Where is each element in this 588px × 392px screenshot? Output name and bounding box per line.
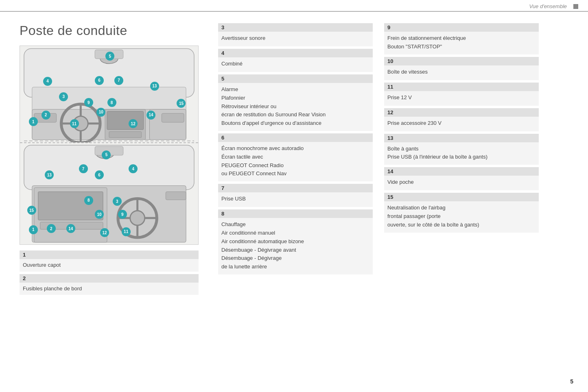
badge-1-lower: 1 bbox=[29, 225, 38, 234]
item-row-1: 1 Ouverture capot bbox=[20, 250, 199, 272]
badge-8-lower: 8 bbox=[84, 196, 93, 205]
item-desc-9: Frein de stationnement électriqueBouton … bbox=[384, 32, 539, 54]
item-num-7: 7 bbox=[218, 184, 373, 192]
svg-rect-10 bbox=[107, 111, 144, 130]
item-desc-10: Boîte de vitesses bbox=[384, 65, 539, 80]
items-1-2: 1 Ouverture capot 2 Fusibles planche de … bbox=[20, 250, 199, 295]
item-block-13: 13Boîte à gantsPrise USB (à l'intérieur … bbox=[384, 134, 539, 165]
item-num-3: 3 bbox=[218, 23, 373, 32]
badge-7-lower: 7 bbox=[79, 164, 88, 173]
badge-11-lower: 11 bbox=[122, 227, 131, 236]
right-column: 9Frein de stationnement électriqueBouton… bbox=[384, 23, 539, 297]
dashboard-image: 1 2 3 4 5 6 7 8 9 10 11 12 13 14 15 bbox=[20, 46, 199, 245]
item-desc-5: AlarmePlafonnierRétroviseur intérieur ou… bbox=[218, 83, 373, 131]
item-desc-3: Avertisseur sonore bbox=[218, 32, 373, 46]
item-num-1: 1 bbox=[20, 250, 199, 259]
items-right: 9Frein de stationnement électriqueBouton… bbox=[384, 23, 539, 233]
dashboard-upper: 1 2 3 4 5 6 7 8 9 10 11 12 13 14 15 bbox=[20, 46, 198, 143]
mid-column: 3Avertisseur sonore4Combiné5AlarmePlafon… bbox=[218, 23, 373, 297]
item-desc-11: Prise 12 V bbox=[384, 91, 539, 106]
item-desc-12: Prise accessoire 230 V bbox=[384, 117, 539, 131]
badge-9-upper: 9 bbox=[84, 98, 93, 107]
item-block-14: 14Vide poche bbox=[384, 167, 539, 190]
item-num-4: 4 bbox=[218, 49, 373, 57]
badge-10-upper: 10 bbox=[96, 108, 105, 117]
badge-13-upper: 13 bbox=[150, 82, 159, 91]
svg-rect-16 bbox=[162, 113, 184, 122]
badge-3-lower: 3 bbox=[113, 197, 122, 206]
item-desc-13: Boîte à gantsPrise USB (à l'intérieur de… bbox=[384, 142, 539, 165]
svg-point-21 bbox=[130, 211, 145, 225]
item-block-11: 11Prise 12 V bbox=[384, 83, 539, 106]
badge-6-upper: 6 bbox=[95, 76, 104, 85]
svg-rect-31 bbox=[166, 192, 186, 200]
item-block-8: 8ChauffageAir conditionné manuelAir cond… bbox=[218, 209, 373, 274]
item-block-4: 4Combiné bbox=[218, 49, 373, 72]
item-num-6: 6 bbox=[218, 133, 373, 142]
item-desc-8: ChauffageAir conditionné manuelAir condi… bbox=[218, 218, 373, 274]
badge-15-lower: 15 bbox=[27, 206, 36, 215]
item-block-5: 5AlarmePlafonnierRétroviseur intérieur o… bbox=[218, 74, 373, 131]
left-column: Poste de conduite bbox=[20, 23, 207, 297]
item-num-14: 14 bbox=[384, 167, 539, 176]
item-block-15: 15Neutralisation de l'airbagfrontal pass… bbox=[384, 193, 539, 232]
page-title: Poste de conduite bbox=[20, 23, 207, 38]
item-block-7: 7Prise USB bbox=[218, 184, 373, 207]
item-desc-14: Vide poche bbox=[384, 176, 539, 190]
item-num-9: 9 bbox=[384, 23, 539, 32]
badge-11-upper: 11 bbox=[70, 119, 79, 128]
badge-2-upper: 2 bbox=[42, 111, 50, 120]
top-bar: Vue d'ensemble bbox=[0, 0, 588, 12]
item-num-10: 10 bbox=[384, 57, 539, 65]
item-block-12: 12Prise accessoire 230 V bbox=[384, 108, 539, 131]
item-desc-6: Écran monochrome avec autoradioÉcran tac… bbox=[218, 142, 373, 181]
item-num-15: 15 bbox=[384, 193, 539, 201]
badge-14-upper: 14 bbox=[146, 111, 155, 120]
badge-8-upper: 8 bbox=[107, 98, 116, 107]
item-num-2: 2 bbox=[20, 274, 199, 283]
item-block-9: 9Frein de stationnement électriqueBouton… bbox=[384, 23, 539, 54]
section-title: Vue d'ensemble bbox=[529, 3, 567, 9]
item-block-6: 6Écran monochrome avec autoradioÉcran ta… bbox=[218, 133, 373, 181]
item-row-2: 2 Fusibles planche de bord bbox=[20, 274, 199, 295]
item-desc-2: Fusibles planche de bord bbox=[20, 283, 199, 295]
badge-2-lower: 2 bbox=[47, 224, 56, 233]
item-desc-4: Combiné bbox=[218, 57, 373, 72]
item-num-8: 8 bbox=[218, 209, 373, 218]
item-desc-7: Prise USB bbox=[218, 192, 373, 207]
page-number: 5 bbox=[570, 378, 573, 385]
item-desc-15: Neutralisation de l'airbagfrontal passag… bbox=[384, 201, 539, 232]
svg-rect-27 bbox=[38, 192, 103, 220]
item-num-13: 13 bbox=[384, 134, 539, 142]
item-num-11: 11 bbox=[384, 83, 539, 91]
item-block-3: 3Avertisseur sonore bbox=[218, 23, 373, 46]
badge-14-lower: 14 bbox=[66, 224, 75, 233]
dashboard-lower: 1 2 3 4 5 6 7 8 9 10 11 12 13 14 15 bbox=[20, 143, 198, 244]
badge-4-upper: 4 bbox=[43, 77, 52, 86]
section-indicator bbox=[573, 4, 578, 9]
item-desc-1: Ouverture capot bbox=[20, 259, 199, 272]
badge-5-lower: 5 bbox=[102, 150, 111, 159]
item-block-10: 10Boîte de vitesses bbox=[384, 57, 539, 80]
svg-rect-11 bbox=[109, 132, 142, 138]
item-num-12: 12 bbox=[384, 108, 539, 117]
badge-7-upper: 7 bbox=[114, 76, 123, 85]
page-content: Poste de conduite bbox=[0, 12, 588, 310]
items-mid: 3Avertisseur sonore4Combiné5AlarmePlafon… bbox=[218, 23, 373, 274]
item-num-5: 5 bbox=[218, 74, 373, 83]
